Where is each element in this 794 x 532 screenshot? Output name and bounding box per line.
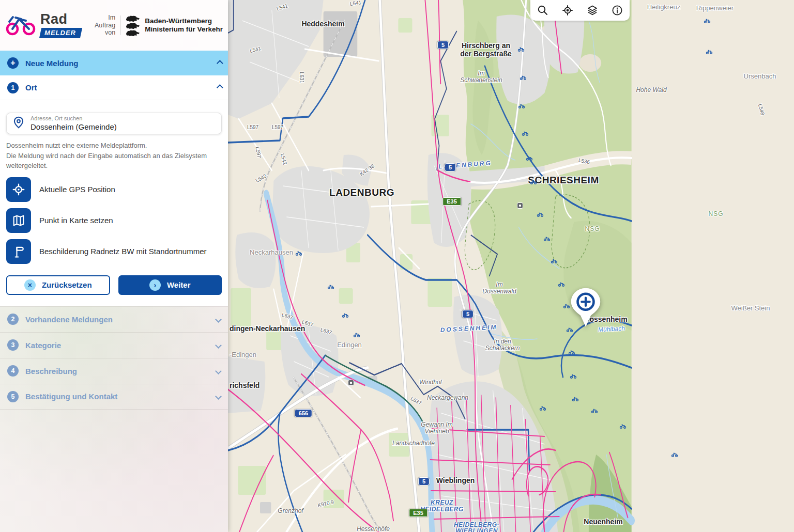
step-description[interactable]: 4 Beschreibung xyxy=(0,358,228,384)
logo-badge: MELDER xyxy=(39,28,82,38)
step-ort-content: Adresse, Ort suchen Dossenheim nutzt ein… xyxy=(0,100,228,306)
app-logo: Rad MELDER xyxy=(40,12,81,38)
ministry-name: Baden-Württemberg Ministerium für Verkeh… xyxy=(145,17,223,34)
chevron-up-icon xyxy=(217,84,223,91)
external-platform-notice: Dossenheim nutzt eine externe Meldeplatt… xyxy=(6,140,222,171)
step-existing-reports[interactable]: 2 Vorhandene Meldungen xyxy=(0,306,228,332)
step-ort-header[interactable]: 1 Ort xyxy=(0,75,228,100)
chevron-down-icon xyxy=(215,316,222,323)
close-icon: × xyxy=(24,279,36,291)
map-geometry xyxy=(228,0,794,532)
step-confirmation[interactable]: 5 Bestätigung und Kontakt xyxy=(0,384,228,410)
layers-icon[interactable] xyxy=(582,1,603,20)
map-canvas[interactable]: HeddesheimHirschberg ander BergstraßeImS… xyxy=(228,0,794,532)
search-field-label: Adresse, Ort suchen xyxy=(30,115,216,122)
step-number: 3 xyxy=(7,339,19,351)
arrow-right-icon: › xyxy=(149,279,161,291)
step-category[interactable]: 3 Kategorie xyxy=(0,332,228,358)
step-number: 2 xyxy=(7,314,19,325)
new-report-header[interactable]: + Neue Meldung xyxy=(0,51,228,75)
step-number: 1 xyxy=(7,82,19,93)
step-ort-label: Ort xyxy=(25,83,37,92)
commission-text: Im Auftrag von xyxy=(95,14,115,36)
option-gps-label: Aktuelle GPS Position xyxy=(39,185,115,194)
signpost-icon xyxy=(6,239,31,264)
step-existing-reports-label: Vorhandene Meldungen xyxy=(25,315,113,324)
locate-icon[interactable] xyxy=(557,1,578,20)
reset-button[interactable]: × Zurücksetzen xyxy=(6,275,110,295)
next-button[interactable]: › Weiter xyxy=(118,275,222,295)
step-number: 4 xyxy=(7,365,19,377)
chevron-down-icon xyxy=(215,393,222,400)
chevron-down-icon xyxy=(215,368,222,374)
bike-logo-icon xyxy=(5,12,36,38)
address-search-box[interactable]: Adresse, Ort suchen xyxy=(6,113,222,134)
plus-icon: + xyxy=(7,57,19,69)
search-input[interactable] xyxy=(30,122,216,132)
option-map-point[interactable]: Punkt in Karte setzen xyxy=(6,208,222,233)
app-header: Rad MELDER Im Auftrag von Baden-Württemb… xyxy=(0,0,228,51)
sidebar: Rad MELDER Im Auftrag von Baden-Württemb… xyxy=(0,0,228,532)
gps-icon xyxy=(6,177,31,202)
option-signpost[interactable]: Beschilderung Radnetz BW mit Standortnum… xyxy=(6,239,222,264)
bw-coat-of-arms-icon xyxy=(125,15,141,36)
step-number: 5 xyxy=(7,391,19,402)
option-map-point-label: Punkt in Karte setzen xyxy=(39,216,113,225)
map-icon xyxy=(6,208,31,233)
step-confirmation-label: Bestätigung und Kontakt xyxy=(25,392,117,401)
chevron-down-icon xyxy=(215,342,222,349)
location-pin-icon xyxy=(12,116,25,131)
step-description-label: Beschreibung xyxy=(25,367,77,375)
search-icon[interactable] xyxy=(532,1,553,20)
new-report-label: Neue Meldung xyxy=(25,59,79,68)
map-toolbar xyxy=(530,0,630,21)
option-signpost-label: Beschilderung Radnetz BW mit Standortnum… xyxy=(39,247,206,256)
info-icon[interactable] xyxy=(607,1,628,20)
add-report-marker[interactable] xyxy=(569,287,603,332)
divider xyxy=(120,15,120,35)
logo-text: Rad xyxy=(40,12,81,26)
option-gps[interactable]: Aktuelle GPS Position xyxy=(6,177,222,202)
chevron-up-icon xyxy=(217,60,223,67)
step-category-label: Kategorie xyxy=(25,341,61,350)
